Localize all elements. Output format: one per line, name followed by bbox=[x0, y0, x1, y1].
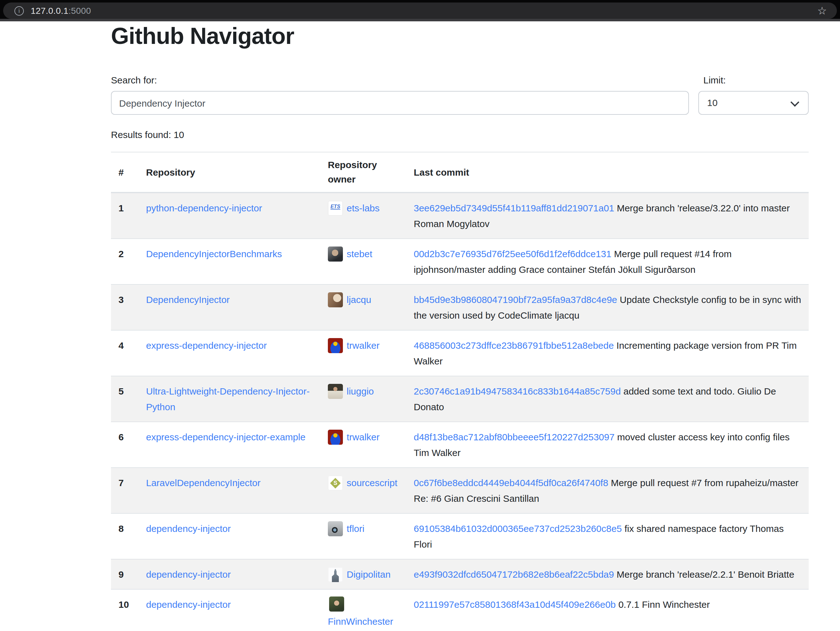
results-table: # Repository Repository owner Last commi… bbox=[111, 152, 808, 631]
avatar-glyph: ETS bbox=[328, 204, 343, 210]
owner-link[interactable]: ETSets-labs bbox=[328, 203, 380, 213]
browser-chrome: i 127.0.0.1:5000 ☆ bbox=[0, 0, 840, 21]
owner-link[interactable]: stebet bbox=[328, 249, 373, 259]
owner-link[interactable]: Digipolitan bbox=[328, 569, 390, 580]
table-row: 3 DependencyInjector ljacqu bb45d9e3b986… bbox=[111, 285, 808, 331]
column-header-last-commit: Last commit bbox=[406, 152, 808, 193]
owner-avatar[interactable]: S bbox=[328, 476, 343, 491]
owner-avatar[interactable] bbox=[328, 293, 343, 308]
table-row: 8 dependency-injector tflori 69105384b61… bbox=[111, 514, 808, 560]
limit-value: 10 bbox=[707, 98, 717, 108]
commit-hash-link[interactable]: e493f9032dfcd65047172b682e8b6eaf22c5bda9 bbox=[414, 569, 614, 580]
url-bar[interactable]: i 127.0.0.1:5000 ☆ bbox=[3, 3, 837, 19]
repository-link[interactable]: DependencyInjectorBenchmarks bbox=[146, 249, 282, 259]
page-title: Github Navigator bbox=[111, 22, 808, 51]
repository-link[interactable]: DependencyInjector bbox=[146, 294, 230, 305]
url-text: 127.0.0.1:5000 bbox=[31, 6, 91, 16]
owner-name: Digipolitan bbox=[347, 569, 390, 580]
commit-hash-link[interactable]: 3ee629eb5d7349d55f41b119aff81dd219071a01 bbox=[414, 203, 614, 213]
owner-link[interactable]: trwalker bbox=[328, 432, 380, 443]
table-row: 7 LaravelDependencyInjector Ssourcescrip… bbox=[111, 468, 808, 514]
repository-link[interactable]: dependency-injector bbox=[146, 569, 231, 580]
info-icon[interactable]: i bbox=[14, 6, 24, 15]
owner-name: liuggio bbox=[347, 386, 374, 397]
search-label: Search for: bbox=[111, 73, 689, 87]
table-row: 5 Ultra-Lightweight-Dependency-Injector-… bbox=[111, 376, 808, 422]
owner-name: tflori bbox=[347, 523, 365, 534]
owner-link[interactable]: trwalker bbox=[328, 340, 380, 351]
owner-link[interactable]: liuggio bbox=[328, 386, 374, 397]
results-count: Results found: 10 bbox=[111, 128, 808, 142]
commit-message: Merge branch 'release/2.2.1' Benoit Bria… bbox=[617, 569, 794, 580]
row-number: 6 bbox=[111, 422, 139, 468]
row-number: 4 bbox=[111, 331, 139, 376]
column-header-owner: Repository owner bbox=[321, 152, 406, 193]
owner-avatar[interactable] bbox=[328, 430, 343, 445]
owner-avatar[interactable] bbox=[328, 567, 343, 582]
table-header-row: # Repository Repository owner Last commi… bbox=[111, 152, 808, 193]
table-row: 10 dependency-injector FinnWinchester 02… bbox=[111, 590, 808, 631]
commit-hash-link[interactable]: 02111997e57c85801368f43a10d45f409e266e0b bbox=[414, 599, 616, 610]
row-number: 3 bbox=[111, 285, 139, 331]
repository-link[interactable]: dependency-injector bbox=[146, 599, 231, 610]
row-number: 5 bbox=[111, 376, 139, 422]
commit-hash-link[interactable]: 0c67f6be8eddcd4449eb4044f5df0ca26f4740f8 bbox=[414, 478, 608, 488]
table-row: 1 python-dependency-injector ETSets-labs… bbox=[111, 193, 808, 239]
page-content: Github Navigator Search for: Limit: 10 R… bbox=[0, 22, 840, 631]
commit-hash-link[interactable]: 00d2b3c7e76935d76f25ee50f6d1f2ef6ddce131 bbox=[414, 249, 611, 259]
table-row: 9 dependency-injector Digipolitan e493f9… bbox=[111, 560, 808, 590]
row-number: 10 bbox=[111, 590, 139, 631]
repository-link[interactable]: LaravelDependencyInjector bbox=[146, 478, 261, 488]
search-input[interactable] bbox=[111, 91, 689, 115]
repository-link[interactable]: dependency-injector bbox=[146, 523, 231, 534]
commit-hash-link[interactable]: bb45d9e3b98608047190bf72a95fa9a37d8c4e9e bbox=[414, 294, 617, 305]
owner-avatar[interactable] bbox=[329, 597, 344, 612]
avatar-glyph bbox=[328, 569, 343, 582]
owner-name: ljacqu bbox=[347, 294, 371, 305]
repository-link[interactable]: express-dependency-injector-example bbox=[146, 432, 306, 443]
commit-hash-link[interactable]: 69105384b61032d000365ee737cd2523b260c8e5 bbox=[414, 523, 622, 534]
limit-select[interactable]: 10 bbox=[698, 91, 808, 115]
row-number: 7 bbox=[111, 468, 139, 514]
browser-window: i 127.0.0.1:5000 ☆ Github Navigator Sear… bbox=[0, 0, 840, 631]
owner-avatar[interactable] bbox=[328, 247, 343, 262]
row-number: 9 bbox=[111, 560, 139, 590]
commit-message: 0.7.1 Finn Winchester bbox=[618, 599, 710, 610]
row-number: 1 bbox=[111, 193, 139, 239]
table-row: 2 DependencyInjectorBenchmarks stebet 00… bbox=[111, 239, 808, 285]
owner-name: ets-labs bbox=[347, 203, 380, 213]
owner-name: trwalker bbox=[347, 340, 380, 351]
owner-name: FinnWinchester bbox=[328, 616, 393, 627]
chevron-down-icon bbox=[791, 98, 799, 107]
owner-name: stebet bbox=[347, 249, 373, 259]
repository-link[interactable]: python-dependency-injector bbox=[146, 203, 262, 213]
row-number: 8 bbox=[111, 514, 139, 560]
owner-avatar[interactable] bbox=[328, 522, 343, 537]
table-row: 4 express-dependency-injector trwalker 4… bbox=[111, 331, 808, 376]
owner-avatar[interactable] bbox=[328, 338, 343, 353]
commit-hash-link[interactable]: 468856003c273dffce23b86791fbbe512a8ebede bbox=[414, 340, 614, 351]
url-host: 127.0.0.1 bbox=[31, 6, 68, 16]
bookmark-star-icon[interactable]: ☆ bbox=[818, 4, 827, 17]
commit-hash-link[interactable]: d48f13be8ac712abf80bbeeee5f120227d253097 bbox=[414, 432, 615, 443]
repository-link[interactable]: express-dependency-injector bbox=[146, 340, 267, 351]
table-row: 6 express-dependency-injector-example tr… bbox=[111, 422, 808, 468]
column-header-number: # bbox=[111, 152, 139, 193]
owner-avatar[interactable]: ETS bbox=[328, 201, 343, 216]
avatar-glyph: S bbox=[330, 478, 341, 489]
owner-name: trwalker bbox=[347, 432, 380, 443]
column-header-repository: Repository bbox=[139, 152, 321, 193]
repository-link[interactable]: Ultra-Lightweight-Dependency-Injector-Py… bbox=[146, 386, 309, 413]
owner-link[interactable]: tflori bbox=[328, 523, 365, 534]
commit-hash-link[interactable]: 2c30746c1a91b4947583416c833b1644a85c759d bbox=[414, 386, 621, 397]
url-port: :5000 bbox=[68, 6, 91, 16]
owner-name: sourcescript bbox=[347, 478, 398, 488]
owner-link[interactable]: Ssourcescript bbox=[328, 478, 398, 488]
row-number: 2 bbox=[111, 239, 139, 285]
search-form: Search for: Limit: 10 bbox=[111, 73, 808, 115]
owner-link[interactable]: ljacqu bbox=[328, 294, 371, 305]
owner-link[interactable]: FinnWinchester bbox=[328, 597, 399, 627]
owner-avatar[interactable] bbox=[328, 384, 343, 399]
limit-label: Limit: bbox=[703, 73, 808, 87]
